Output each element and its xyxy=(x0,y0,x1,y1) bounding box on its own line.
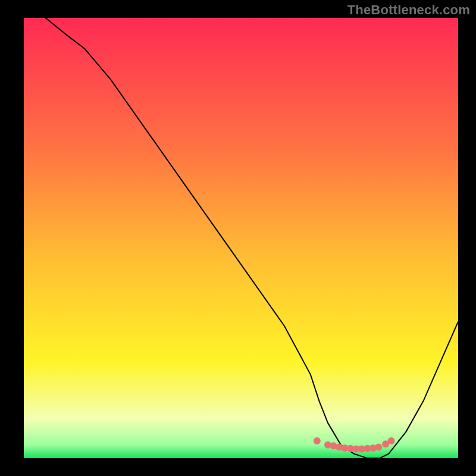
optimal-dot xyxy=(314,437,321,444)
optimal-dot xyxy=(388,437,395,444)
chart-container: TheBottleneck.com xyxy=(0,0,476,476)
gradient-background xyxy=(24,18,458,458)
bottleneck-plot xyxy=(0,0,476,476)
optimal-dot xyxy=(375,444,382,451)
